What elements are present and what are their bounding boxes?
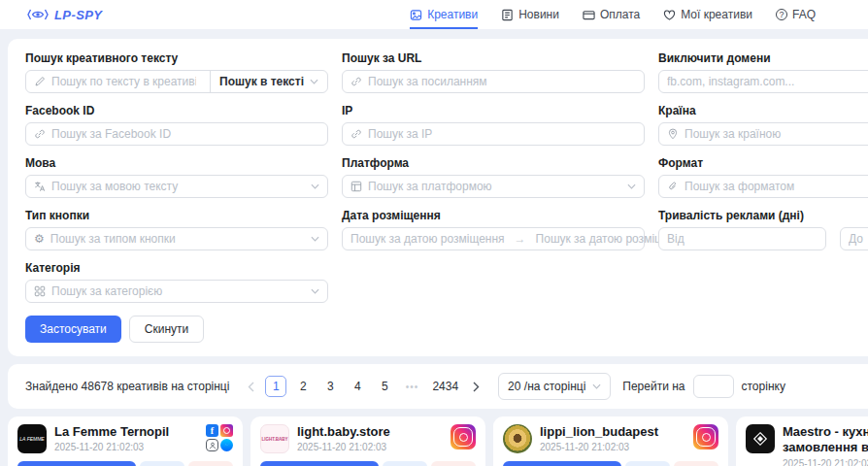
placement-date-range[interactable]: Пошук за датою розміщення → Пошук за дат… [342, 227, 645, 250]
creative-card[interactable]: LIGHT.BABY light.baby.store 2025-11-20 2… [250, 416, 485, 466]
creative-card[interactable]: Maestro - кухні, меблі на замовлення в У… [736, 416, 868, 466]
chevron-down-icon [627, 183, 636, 189]
field-ip: IP [342, 104, 645, 146]
question-icon: ? [776, 9, 787, 20]
days-button[interactable]: 0 days [503, 461, 621, 466]
page-number-4[interactable]: 4 [347, 376, 368, 397]
field-category: Категорія [25, 261, 328, 303]
button-type-select[interactable]: ⚙ [25, 227, 328, 250]
filter-panel: Пошук креативного тексту Пошук в тексті … [8, 39, 868, 356]
field-format: Формат [658, 156, 868, 198]
platform-select[interactable] [342, 175, 645, 198]
page-number-2434[interactable]: 2434 [428, 376, 462, 397]
platform-icons [693, 424, 718, 449]
apply-button[interactable]: Застосувати [25, 316, 121, 343]
url-input[interactable] [368, 75, 636, 88]
platform-icons [451, 424, 476, 449]
avatar: LA FEMME [17, 424, 47, 453]
translate-icon [34, 181, 46, 192]
page-number-2[interactable]: 2 [292, 376, 314, 397]
next-page-button[interactable] [472, 376, 481, 397]
field-exclude-domains: Виключити домени [658, 51, 868, 93]
days-button[interactable]: 3 days [17, 461, 136, 466]
image-icon [410, 9, 422, 21]
chevron-down-icon [592, 383, 601, 389]
page-ellipsis: ••• [401, 376, 422, 397]
field-facebook-id: Facebook ID [25, 104, 328, 146]
favorite-button[interactable]: ♡ [674, 461, 718, 466]
platform-icon [351, 181, 362, 192]
days-button[interactable]: 3 days [260, 461, 379, 466]
page-number-5[interactable]: 5 [374, 376, 395, 397]
pin-icon [667, 128, 679, 140]
favorite-button[interactable]: ♡ [188, 461, 233, 466]
views-button[interactable] [383, 461, 427, 466]
link-icon [351, 128, 362, 140]
instagram-icon [451, 424, 476, 449]
field-button-type: Тип кнопки ⚙ [25, 209, 328, 250]
eye-logo-icon [27, 8, 49, 21]
button-type-input[interactable] [50, 232, 305, 246]
reset-button[interactable]: Скинути [129, 316, 204, 343]
ip-input[interactable] [368, 127, 636, 141]
date-from-placeholder[interactable]: Пошук за датою розміщення [351, 232, 505, 246]
chevron-right-icon [473, 382, 480, 392]
field-duration: Тривалість реклами (дні) [658, 209, 868, 250]
creative-card[interactable]: LA FEMME La Femme Ternopil 2025-11-20 21… [8, 416, 243, 466]
exclude-domains-input[interactable] [667, 75, 868, 88]
language-input[interactable] [51, 180, 305, 193]
creative-card[interactable]: lippi_lion_budapest 2025-11-20 21:02:03 … [493, 416, 728, 466]
views-button[interactable] [625, 461, 670, 466]
avatar [746, 424, 775, 453]
paperclip-icon [667, 181, 679, 192]
duration-from-input[interactable] [667, 232, 818, 246]
goto-page-input[interactable] [693, 375, 734, 398]
card-date: 2025-11-20 21:02:03 [540, 442, 685, 452]
diamond-icon [752, 431, 768, 447]
page-number-3[interactable]: 3 [319, 376, 341, 397]
pencil-icon [34, 76, 46, 87]
instagram-icon [220, 424, 233, 437]
pagination-bar: Знайдено 48678 креативів на сторінці 123… [8, 364, 868, 409]
main-nav: Креативи Новини Оплата Мої креативи ? FA… [410, 0, 816, 29]
creative-text-input[interactable] [51, 75, 196, 88]
category-select[interactable] [25, 280, 328, 303]
format-input[interactable] [684, 180, 868, 193]
facebook-id-input[interactable] [51, 127, 319, 141]
gear-icon: ⚙ [34, 233, 45, 245]
page-number-1[interactable]: 1 [265, 376, 286, 397]
cards-row: LA FEMME La Femme Ternopil 2025-11-20 21… [8, 416, 868, 466]
facebook-icon: f [206, 424, 218, 437]
platform-input[interactable] [368, 180, 621, 193]
nav-tab-creatives[interactable]: Креативи [410, 0, 478, 29]
language-select[interactable] [25, 175, 328, 198]
results-summary: Знайдено 48678 креативів на сторінці [25, 380, 229, 393]
country-input[interactable] [684, 127, 868, 141]
duration-to-input[interactable] [849, 232, 868, 246]
favorite-button[interactable]: ♡ [431, 461, 476, 466]
field-platform: Платформа [342, 156, 645, 198]
avatar [503, 424, 532, 453]
field-placement-date: Дата розміщення Пошук за датою розміщенн… [342, 209, 645, 250]
nav-tab-my-creatives[interactable]: Мої креативи [663, 0, 752, 29]
field-country: Країна [658, 104, 868, 146]
credit-card-icon [583, 9, 595, 21]
card-date: 2025-11-20 21:02:03 [297, 442, 443, 452]
format-select[interactable] [658, 175, 868, 198]
nav-tab-news[interactable]: Новини [501, 0, 559, 29]
page-size-select[interactable]: 20 /на сторінці [498, 373, 611, 400]
avatar: LIGHT.BABY [260, 424, 289, 453]
nav-tab-faq[interactable]: ? FAQ [776, 0, 816, 29]
audience-network-icon [206, 439, 218, 451]
goto-suffix-label: сторінку [742, 380, 785, 393]
category-input[interactable] [51, 284, 305, 298]
prev-page-button[interactable] [247, 376, 255, 397]
logo[interactable]: LP-SPY [27, 8, 102, 22]
card-title: light.baby.store [297, 424, 443, 440]
link-icon [34, 128, 46, 140]
views-button[interactable] [140, 461, 184, 466]
text-search-mode-select[interactable]: Пошук в тексті [210, 71, 327, 92]
card-title: lippi_lion_budapest [540, 424, 685, 440]
nav-tab-payment[interactable]: Оплата [583, 0, 640, 29]
grid-icon [34, 285, 46, 297]
